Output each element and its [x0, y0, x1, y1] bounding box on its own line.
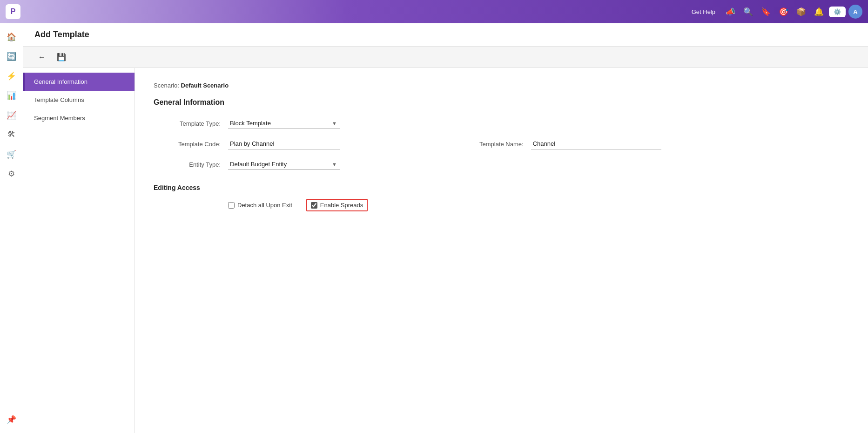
template-name-group: Template Name: [479, 138, 661, 149]
app-logo[interactable]: P [6, 4, 20, 19]
save-icon: 💾 [57, 53, 66, 61]
package-icon[interactable]: 📦 [794, 4, 808, 19]
sidebar-item-segment-members[interactable]: Segment Members [23, 109, 135, 127]
entity-type-select[interactable]: Default Budget Entity [228, 159, 340, 170]
sidebar-icon-chart[interactable]: 📊 [3, 87, 20, 104]
scenario-label: Scenario: Default Scenario [154, 82, 849, 89]
template-code-input[interactable] [228, 138, 340, 149]
nav-sidebar: General Information Template Columns Seg… [23, 68, 135, 433]
sidebar-icon-refresh[interactable]: 🔄 [3, 47, 20, 65]
back-button[interactable]: ← [34, 51, 49, 64]
navbar-right: Get Help 📣 🔍 🔖 🎯 📦 🔔 ⚙️ A [692, 4, 862, 19]
sidebar-icon-cart[interactable]: 🛒 [3, 145, 20, 163]
announcements-icon[interactable]: 📣 [723, 4, 738, 19]
template-name-label: Template Name: [479, 141, 524, 148]
detach-checkbox-item[interactable]: Detach all Upon Exit [228, 202, 292, 209]
sidebar-item-general-information[interactable]: General Information [23, 73, 135, 91]
sidebar-item-template-columns[interactable]: Template Columns [23, 91, 135, 109]
content-area: General Information Template Columns Seg… [23, 68, 868, 433]
sidebar-icon-flash[interactable]: ⚡ [3, 67, 20, 85]
entity-type-label: Entity Type: [154, 161, 228, 168]
device-icon: ⚙️ [834, 8, 841, 15]
detach-label: Detach all Upon Exit [237, 202, 292, 209]
form-grid: Template Type: Block Template Row Templa… [154, 118, 849, 170]
entity-type-row: Entity Type: Default Budget Entity ▼ [154, 159, 849, 170]
device-button[interactable]: ⚙️ [829, 7, 846, 17]
scenario-name: Default Scenario [181, 82, 229, 89]
template-type-row: Template Type: Block Template Row Templa… [154, 118, 849, 129]
toolbar: ← 💾 [23, 47, 868, 68]
user-avatar[interactable]: A [848, 5, 862, 19]
page-container: Add Template ← 💾 General Information Tem… [23, 23, 868, 433]
get-help-link[interactable]: Get Help [692, 8, 715, 15]
form-area: Scenario: Default Scenario General Infor… [135, 68, 868, 433]
icon-sidebar: 🏠 🔄 ⚡ 📊 📈 🛠 🛒 ⚙ 📌 [0, 23, 23, 433]
back-icon: ← [38, 53, 46, 61]
template-type-select-wrapper: Block Template Row Template ▼ [228, 118, 340, 129]
page-header: Add Template [23, 23, 868, 47]
section-title: General Information [154, 98, 849, 107]
template-code-group: Template Code: [154, 138, 340, 149]
bell-icon[interactable]: 🔔 [811, 4, 826, 19]
sidebar-icon-settings[interactable]: ⚙ [3, 165, 20, 183]
editing-access-title: Editing Access [154, 184, 849, 191]
template-name-input[interactable] [531, 138, 661, 149]
target-icon[interactable]: 🎯 [776, 4, 791, 19]
template-code-name-row: Template Code: Template Name: [154, 138, 849, 149]
enable-spreads-checkbox[interactable] [311, 202, 317, 209]
sidebar-icon-pin[interactable]: 📌 [3, 411, 20, 428]
template-type-select[interactable]: Block Template Row Template [228, 118, 340, 129]
sidebar-icon-tools[interactable]: 🛠 [3, 126, 20, 143]
detach-checkbox[interactable] [228, 202, 235, 209]
entity-type-select-wrapper: Default Budget Entity ▼ [228, 159, 340, 170]
navbar: P Get Help 📣 🔍 🔖 🎯 📦 🔔 ⚙️ A [0, 0, 868, 23]
sidebar-icon-home[interactable]: 🏠 [3, 28, 20, 46]
search-icon[interactable]: 🔍 [740, 4, 755, 19]
sidebar-icon-analytics[interactable]: 📈 [3, 106, 20, 124]
enable-spreads-label: Enable Spreads [320, 202, 363, 209]
save-button[interactable]: 💾 [53, 50, 70, 64]
enable-spreads-wrapper[interactable]: Enable Spreads [306, 199, 368, 211]
template-code-label: Template Code: [154, 141, 228, 148]
template-type-label: Template Type: [154, 120, 228, 127]
checkbox-row: Detach all Upon Exit Enable Spreads [228, 199, 849, 211]
page-title: Add Template [34, 30, 89, 40]
main-layout: 🏠 🔄 ⚡ 📊 📈 🛠 🛒 ⚙ 📌 Add Template ← 💾 [0, 23, 868, 433]
bookmark-icon[interactable]: 🔖 [758, 4, 773, 19]
